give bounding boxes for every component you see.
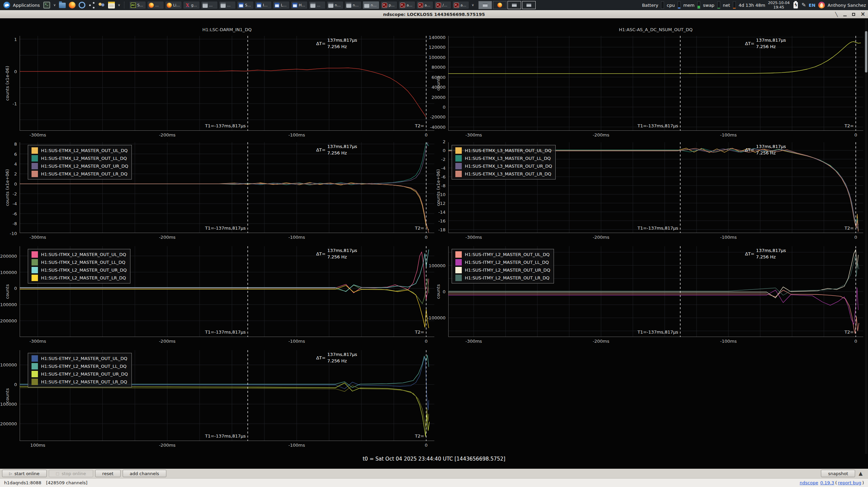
y-tick-label: -100000: [0, 302, 17, 307]
report-bug-link[interactable]: report bug: [838, 480, 861, 485]
x-tick-label: 100ms: [30, 443, 45, 448]
task-button-13[interactable]: n...: [363, 1, 379, 9]
window-close-button[interactable]: ×: [861, 12, 865, 17]
y-tick-label: -4: [418, 165, 446, 170]
browser-launcher-icon[interactable]: [79, 2, 85, 8]
legend-item: H1:SUS-ETMX_L3_MASTER_OUT_UR_DQ: [455, 163, 552, 169]
task-button-9[interactable]: H...: [291, 1, 308, 9]
snapshot-label: snapshot: [828, 471, 848, 476]
task-overflow-icon[interactable]: ∨: [472, 3, 474, 7]
task-button-label: ...: [209, 3, 213, 7]
brush-icon[interactable]: ✎: [802, 2, 806, 8]
legend-swatch: [32, 155, 38, 162]
window-titlebar[interactable]: ndscope: LOCKLOSS 1443656698.575195 ╲ ×: [0, 10, 868, 18]
workspace-4[interactable]: [522, 1, 536, 9]
window-maximize-button[interactable]: [852, 13, 855, 16]
add-channels-button[interactable]: add channels: [123, 470, 166, 477]
system-tray: Batterycpumemswapnet4d 13h 48m2025-10-04…: [642, 1, 866, 9]
firefox-icon: [149, 3, 154, 8]
delta-t-values: 137ms,817µs7.256 Hz: [327, 352, 357, 363]
task-button-6[interactable]: S...: [237, 1, 254, 9]
y-tick-label: 2: [0, 171, 17, 176]
notes-launcher-icon[interactable]: [108, 2, 115, 8]
collapse-panel-icon[interactable]: ▲: [859, 470, 863, 477]
legend-item: H1:SUS-ITMY_L2_MASTER_OUT_UL_DQ: [455, 251, 550, 258]
scrollbar[interactable]: [865, 20, 867, 454]
legend-channel-name: H1:SUS-ITMX_L2_MASTER_OUT_UR_DQ: [41, 268, 127, 273]
x-tick-label: -200ms: [159, 235, 175, 240]
contacts-launcher-icon[interactable]: [98, 2, 105, 8]
task-button-1[interactable]: ...: [147, 1, 164, 9]
legend-item: H1:SUS-ETMY_L2_MASTER_OUT_LR_DQ: [32, 379, 128, 385]
battery-icon[interactable]: [793, 2, 798, 8]
y-tick-label: 2: [418, 139, 446, 144]
workspace-2[interactable]: [493, 1, 507, 9]
task-button-15[interactable]: a...: [398, 1, 415, 9]
workspace-1[interactable]: [478, 1, 492, 9]
ndscope-link[interactable]: ndscope: [800, 480, 818, 485]
y-tick-label: -6: [0, 211, 17, 216]
t2-cursor-label-itmx-l2: T2=: [415, 330, 424, 335]
stop-online-button[interactable]: □ stop online: [49, 470, 93, 477]
task-button-3[interactable]: g...: [183, 1, 200, 9]
task-button-7[interactable]: I...: [255, 1, 272, 9]
plot-canvas-lsc-darm[interactable]: [20, 36, 434, 131]
task-button-11[interactable]: n...: [327, 1, 344, 9]
task-button-14[interactable]: p...: [380, 1, 397, 9]
legend-etmy-l2[interactable]: H1:SUS-ETMY_L2_MASTER_OUT_UL_DQH1:SUS-ET…: [28, 353, 132, 387]
fire-icon[interactable]: [818, 2, 825, 8]
t1-cursor-label-etmy-l2: T1=-137ms,817µs: [205, 433, 246, 439]
legend-etmx-l3[interactable]: H1:SUS-ETMX_L3_MASTER_OUT_UL_DQH1:SUS-ET…: [452, 145, 556, 179]
firefox-launcher-icon[interactable]: [69, 2, 76, 8]
language-indicator[interactable]: EN: [809, 3, 815, 8]
swap-gauge[interactable]: [717, 1, 720, 9]
task-button-0[interactable]: S...: [129, 1, 146, 9]
legend-item: H1:SUS-ETMY_L2_MASTER_OUT_UR_DQ: [32, 371, 128, 377]
start-online-button[interactable]: ▷ start online: [2, 470, 47, 477]
start-online-label: start online: [14, 471, 39, 476]
task-button-17[interactable]: /...: [434, 1, 451, 9]
reset-button[interactable]: reset: [95, 470, 121, 477]
task-button-label: H...: [299, 3, 305, 7]
net-gauge[interactable]: [733, 1, 736, 9]
workspace-3[interactable]: [508, 1, 521, 9]
legend-item: H1:SUS-ETMX_L2_MASTER_OUT_LL_DQ: [32, 155, 128, 162]
mem-gauge[interactable]: [697, 1, 700, 9]
legend-itmx-l2[interactable]: H1:SUS-ITMX_L2_MASTER_OUT_UL_DQH1:SUS-IT…: [28, 249, 130, 283]
task-button-18[interactable]: a...: [452, 1, 469, 9]
y-tick-label: -100000: [418, 315, 446, 320]
task-button-8[interactable]: L...: [273, 1, 290, 9]
legend-etmx-l2[interactable]: H1:SUS-ETMX_L2_MASTER_OUT_UL_DQH1:SUS-ET…: [28, 145, 132, 179]
snapshot-button[interactable]: snapshot: [821, 470, 855, 477]
task-button-12[interactable]: n...: [345, 1, 361, 9]
legend-swatch: [455, 251, 462, 258]
launcher-chevron-icon[interactable]: ∨: [53, 3, 56, 7]
clock[interactable]: 2025-10-0419:45: [768, 1, 790, 9]
task-button-2[interactable]: Li...: [165, 1, 182, 9]
terminal-launcher-icon[interactable]: [43, 2, 50, 8]
file-manager-launcher-icon[interactable]: [59, 3, 66, 8]
version-link[interactable]: 0.19.3: [820, 480, 834, 485]
scrollbar-thumb[interactable]: [865, 31, 867, 72]
applications-logo-icon: [3, 2, 10, 8]
legend-itmy-l2[interactable]: H1:SUS-ITMY_L2_MASTER_OUT_UL_DQH1:SUS-IT…: [452, 249, 554, 283]
task-button-10[interactable]: ...: [309, 1, 326, 9]
share-launcher-icon[interactable]: [88, 2, 95, 8]
task-button-5[interactable]: ...: [219, 1, 236, 9]
user-name: Anthony Sanchez: [828, 3, 866, 8]
task-button-label: /...: [442, 3, 447, 7]
legend-item: H1:SUS-ITMX_L2_MASTER_OUT_LL_DQ: [32, 259, 127, 266]
plot-canvas-asc-as-a[interactable]: [448, 36, 863, 131]
task-button-16[interactable]: a...: [416, 1, 433, 9]
task-button-4[interactable]: ...: [201, 1, 218, 9]
applications-menu[interactable]: Applications: [2, 2, 41, 8]
window-minimize-button[interactable]: [843, 13, 847, 16]
task-button-label: n...: [353, 3, 358, 7]
cpu-gauge[interactable]: [678, 1, 681, 9]
window-shade-button[interactable]: ╲: [835, 12, 838, 17]
x-tick-label: -300ms: [29, 235, 46, 240]
battery-gauge[interactable]: [661, 1, 664, 9]
legend-item: H1:SUS-ETMX_L2_MASTER_OUT_UR_DQ: [32, 163, 128, 169]
launcher-chevron-icon[interactable]: ∨: [118, 3, 120, 7]
legend-channel-name: H1:SUS-ITMY_L2_MASTER_OUT_LR_DQ: [465, 275, 550, 280]
